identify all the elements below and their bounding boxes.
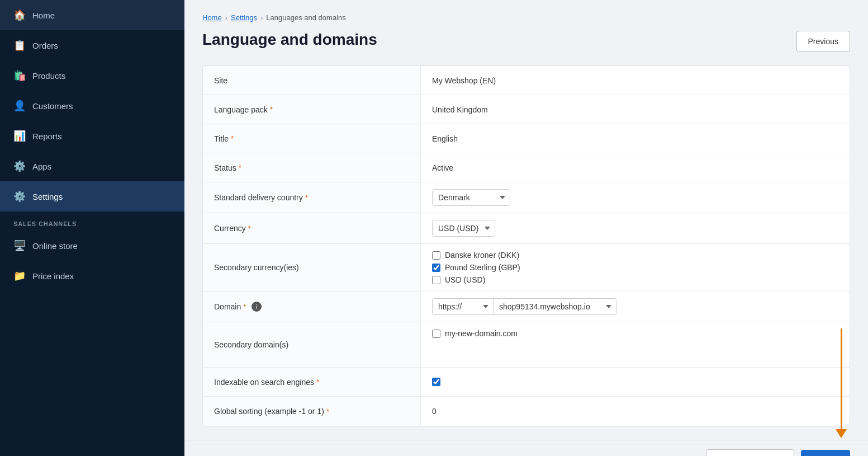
indexable-checkbox[interactable]	[432, 378, 440, 386]
orders-icon: 📋	[13, 39, 26, 51]
currency-select[interactable]: USD (USD) GBP (GBP) DKK (DKK)	[432, 220, 495, 237]
value-secondary-currency: Danske kroner (DKK) Pound Sterling (GBP)…	[421, 244, 850, 291]
breadcrumb-sep-1: ›	[225, 13, 227, 22]
sidebar-item-online-store[interactable]: 🖥️ Online store	[0, 231, 184, 261]
value-site: My Webshop (EN)	[421, 66, 850, 95]
required-star: *	[270, 105, 273, 114]
breadcrumb-settings[interactable]: Settings	[231, 13, 257, 22]
required-star: *	[326, 407, 329, 416]
sidebar-item-products[interactable]: 🛍️ Products	[0, 60, 184, 91]
form-row-secondary-currency: Secondary currency(ies) Danske kroner (D…	[203, 244, 850, 292]
price-index-icon: 📁	[13, 270, 26, 282]
reports-icon: 📊	[13, 130, 26, 142]
sidebar-item-label: Apps	[32, 162, 51, 171]
checkbox-secondary-domain-input[interactable]	[432, 330, 440, 338]
required-star: *	[248, 224, 251, 233]
form-row-currency: Currency * USD (USD) GBP (GBP) DKK (DKK)	[203, 213, 850, 244]
settings-icon: ⚙️	[13, 190, 26, 203]
form-row-delivery-country: Standard delivery country * Denmark Unit…	[203, 182, 850, 213]
sidebar-item-reports[interactable]: 📊 Reports	[0, 121, 184, 151]
save-button[interactable]: Save	[801, 450, 850, 456]
form-row-language-pack: Language pack * United Kingdom	[203, 95, 850, 124]
sidebar-item-orders[interactable]: 📋 Orders	[0, 30, 184, 60]
sales-channels-header: SALES CHANNELS	[0, 211, 184, 231]
delivery-country-select[interactable]: Denmark United Kingdom United States	[432, 189, 510, 206]
label-site: Site	[203, 66, 421, 95]
domain-selects: https:// http:// shop95134.mywebshop.io	[432, 298, 616, 315]
checkbox-usd-sec-input[interactable]	[432, 276, 440, 284]
form-row-site: Site My Webshop (EN)	[203, 66, 850, 95]
online-store-icon: 🖥️	[13, 239, 26, 252]
label-global-sorting: Global sorting (example -1 or 1) *	[203, 397, 421, 426]
form-card: Site My Webshop (EN) Language pack * Uni…	[202, 65, 850, 426]
home-icon: 🏠	[13, 9, 26, 21]
checkbox-gbp-input[interactable]	[432, 264, 440, 272]
value-indexable	[421, 368, 850, 396]
page-title: Language and domains	[202, 31, 377, 49]
sidebar-item-label: Home	[32, 11, 55, 20]
form-row-status: Status * Active	[203, 153, 850, 182]
required-star: *	[239, 163, 241, 172]
customers-icon: 👤	[13, 100, 26, 112]
label-secondary-currency: Secondary currency(ies)	[203, 244, 421, 291]
checkbox-usd-sec[interactable]: USD (USD)	[432, 275, 838, 284]
required-star: *	[231, 134, 234, 143]
sidebar-item-label: Customers	[32, 101, 73, 111]
sidebar-item-label: Products	[32, 71, 65, 81]
required-star: *	[316, 378, 319, 386]
breadcrumb-sep-2: ›	[260, 13, 263, 22]
label-domain: Domain * i	[203, 292, 421, 322]
sidebar-item-label: Settings	[32, 192, 63, 201]
label-currency: Currency *	[203, 213, 421, 243]
label-delivery-country: Standard delivery country *	[203, 182, 421, 213]
label-indexable: Indexable on search engines *	[203, 368, 421, 396]
required-star: *	[305, 194, 308, 202]
breadcrumb-home[interactable]: Home	[202, 13, 222, 22]
sidebar: 🏠 Home 📋 Orders 🛍️ Products 👤 Customers …	[0, 0, 184, 456]
domain-protocol-select[interactable]: https:// http://	[432, 298, 494, 315]
checkbox-gbp[interactable]: Pound Sterling (GBP)	[432, 263, 838, 272]
sidebar-item-customers[interactable]: 👤 Customers	[0, 91, 184, 121]
label-title: Title *	[203, 124, 421, 153]
form-row-domain: Domain * i https:// http:// shop95134.my…	[203, 292, 850, 322]
required-star: *	[243, 303, 246, 311]
sidebar-item-price-index[interactable]: 📁 Price index	[0, 261, 184, 291]
domain-host-select[interactable]: shop95134.mywebshop.io	[494, 298, 616, 315]
footer-bar: Save and go back Save	[184, 440, 868, 456]
label-status: Status *	[203, 153, 421, 182]
previous-button[interactable]: Previous	[796, 31, 850, 52]
breadcrumb-current: Languages and domains	[266, 13, 345, 22]
value-title: English	[421, 124, 850, 153]
breadcrumb: Home › Settings › Languages and domains	[202, 13, 850, 22]
value-global-sorting: 0	[421, 397, 850, 426]
page-header: Language and domains Previous	[202, 31, 850, 52]
label-secondary-domain: Secondary domain(s)	[203, 322, 421, 367]
domain-info-icon[interactable]: i	[252, 302, 262, 312]
value-delivery-country: Denmark United Kingdom United States	[421, 182, 850, 213]
apps-icon: ⚙️	[13, 160, 26, 172]
checkbox-dkk[interactable]: Danske kroner (DKK)	[432, 251, 838, 260]
sidebar-item-settings[interactable]: ⚙️ Settings	[0, 181, 184, 211]
value-status: Active	[421, 153, 850, 182]
sidebar-item-label: Reports	[32, 131, 62, 141]
sidebar-item-home[interactable]: 🏠 Home	[0, 0, 184, 30]
checkbox-secondary-domain[interactable]: my-new-domain.com	[432, 329, 838, 338]
form-row-secondary-domain: Secondary domain(s) my-new-domain.com	[203, 322, 850, 368]
sidebar-item-label: Online store	[32, 241, 78, 251]
checkbox-dkk-input[interactable]	[432, 251, 440, 260]
products-icon: 🛍️	[13, 69, 26, 82]
sidebar-item-label: Price index	[32, 271, 74, 281]
value-currency: USD (USD) GBP (GBP) DKK (DKK)	[421, 213, 850, 243]
value-secondary-domain: my-new-domain.com	[421, 322, 850, 367]
label-language-pack: Language pack *	[203, 95, 421, 124]
value-domain: https:// http:// shop95134.mywebshop.io	[421, 292, 850, 322]
form-row-global-sorting: Global sorting (example -1 or 1) * 0	[203, 397, 850, 426]
save-and-go-back-button[interactable]: Save and go back	[706, 449, 794, 456]
form-row-title: Title * English	[203, 124, 850, 153]
main-content: Home › Settings › Languages and domains …	[184, 0, 868, 456]
sidebar-item-label: Orders	[32, 41, 58, 50]
form-row-indexable: Indexable on search engines *	[203, 368, 850, 397]
value-language-pack: United Kingdom	[421, 95, 850, 124]
sidebar-item-apps[interactable]: ⚙️ Apps	[0, 151, 184, 181]
